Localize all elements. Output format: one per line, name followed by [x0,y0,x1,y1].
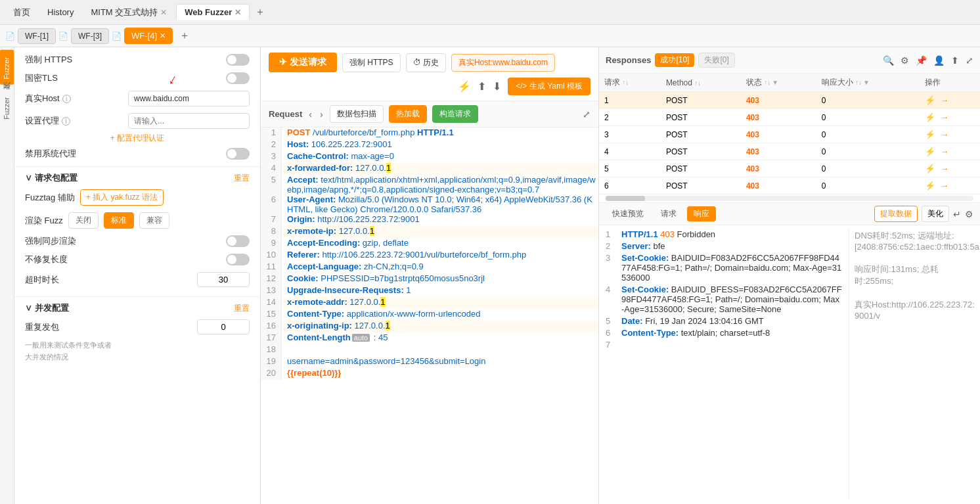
file-icon-wf4: 📄 [112,32,122,41]
add-sub-tab-button[interactable]: ＋ [175,28,194,44]
table-scrollbar[interactable] [606,196,973,201]
table-row[interactable]: 3 POST 403 0 ⚡ → [599,126,980,143]
action-bolt-5[interactable]: ⚡ [925,164,935,173]
build-request-tab[interactable]: 构造请求 [432,105,478,123]
history-toolbar-btn[interactable]: ⏱ 历史 [406,53,446,72]
data-scan-tab[interactable]: 数据包扫描 [330,105,384,123]
resp-expand-icon[interactable]: ⤢ [966,55,973,66]
repeat-hint: 一般用来测试条件竞争或者大并发的情况 [25,340,250,363]
resp-person-icon[interactable]: 👤 [933,55,945,66]
action-arrow-2[interactable]: → [940,112,948,122]
table-row[interactable]: 6 POST 403 0 ⚡ → [599,177,980,195]
responses-label: Responses [606,55,651,65]
action-bolt-6[interactable]: ⚡ [925,181,935,191]
repeat-send-input[interactable] [197,319,250,334]
resp-settings-icon[interactable]: ⚙ [965,209,973,219]
sub-tab-wf1[interactable]: WF-[1] [18,28,56,44]
webfuzzer-close-icon[interactable]: ✕ [234,8,241,17]
render-close-btn[interactable]: 关闭 [68,212,99,229]
render-standard-btn[interactable]: 标准 [104,212,134,229]
table-row[interactable]: 4 POST 403 0 ⚡ → [599,143,980,160]
download-icon[interactable]: ⬇ [493,80,501,93]
gen-yaml-btn[interactable]: </> 生成 Yaml 模板 [508,78,590,95]
col-request: 请求 ↑↓ [599,74,661,92]
action-arrow-1[interactable]: → [940,95,948,105]
force-https-toolbar-btn[interactable]: 强制 HTTPS [342,53,401,72]
mitm-close-icon[interactable]: ✕ [160,8,167,17]
table-row[interactable]: 2 POST 403 0 ⚡ → [599,109,980,126]
action-bolt-2[interactable]: ⚡ [925,112,935,122]
response-table: 请求 ↑↓ Method ↑↓ 状态 ↑↓▼ 响应大小 ↑↓▼ 操作 [599,74,980,203]
config-proxy-auth-btn[interactable]: + 配置代理认证 [110,133,164,143]
hot-load-tab[interactable]: 热加载 [389,105,427,123]
force-sync-label: 强制同步渲染 [25,235,76,247]
wf4-close-icon[interactable]: ✕ [160,32,166,40]
force-sync-toggle[interactable] [226,235,250,247]
sub-tab-wf4[interactable]: WF-[4] ✕ [124,28,173,44]
resp-line-4: 4 Set-Cookie: BAIDUID_BFESS=F083AD2F6CC5… [599,285,849,314]
tab-history[interactable]: History [39,5,81,20]
action-bolt-1[interactable]: ⚡ [925,95,935,105]
beautify-btn[interactable]: 美化 [922,206,949,222]
resp-code-area[interactable]: 1 HTTP/1.1 403 Forbidden 2 Server: bfe 3… [599,225,980,504]
proxy-input[interactable] [128,113,250,129]
request-tab[interactable]: 请求 [654,206,683,221]
code-line-17: 17 Content-Lengthauto : 45 [261,332,598,344]
table-row[interactable]: 5 POST 403 0 ⚡ → [599,160,980,177]
prev-arrow[interactable]: ‹ [307,109,313,120]
share-icon[interactable]: ⚡ [458,80,471,93]
upload-icon[interactable]: ⬆ [478,80,486,93]
sidebar-fuzzer-config[interactable]: Fuzzer 配置 [0,50,14,85]
fail-badge[interactable]: 失败[0] [698,53,734,68]
resp-bottom: 快速预览 请求 响应 提取数据 美化 ↵ ⚙ 1 HTTP/1.1 403 Fo… [599,203,980,504]
table-row[interactable]: 1 POST 403 0 ⚡ → [599,92,980,109]
action-bolt-4[interactable]: ⚡ [925,147,935,156]
quick-preview-tab[interactable]: 快速预览 [606,206,650,221]
disable-sys-proxy-toggle[interactable] [226,148,250,160]
action-arrow-6[interactable]: → [940,181,948,191]
next-arrow[interactable]: › [319,109,324,120]
resp-line-2: 2 Server: bfe [599,241,849,251]
action-arrow-5[interactable]: → [940,164,948,173]
resp-search-icon[interactable]: 🔍 [883,55,894,66]
expand-icon[interactable]: ⤢ [583,109,590,120]
set-proxy-info-icon: i [62,117,70,126]
add-tab-button[interactable]: ＋ [251,4,269,20]
success-badge[interactable]: 成功[10] [655,53,694,67]
real-host-label: 真实Host i [25,93,71,104]
reset2-btn[interactable]: 重置 [234,303,250,314]
sub-tab-wf3[interactable]: WF-[3] [71,28,109,44]
code-line-11: 11 Accept-Language: zh-CN,zh;q=0.9 [261,262,598,273]
tab-webfuzzer[interactable]: Web Fuzzer ✕ [176,4,250,20]
sidebar-fuzzer-sequence[interactable]: Fuzzer 序列 [0,90,14,125]
resp-wrap-icon[interactable]: ↵ [953,209,961,219]
resp-export-icon[interactable]: ⬆ [951,55,959,66]
resp-filter-icon[interactable]: ⚙ [901,55,909,66]
action-bolt-3[interactable]: ⚡ [925,129,935,139]
no-fix-length-toggle[interactable] [226,254,250,265]
repeat-send-label: 重复发包 [25,321,59,333]
code-editor[interactable]: 1 POST /vul/burteforce/bf_form.php HTTP/… [261,127,598,504]
tab-home[interactable]: 首页 [5,4,38,21]
center-panel: ✈ 发送请求 强制 HTTPS ⏱ 历史 真实Host:www.baidu.co… [261,47,599,504]
response-tab[interactable]: 响应 [687,206,716,221]
gm-tls-toggle[interactable] [226,72,250,84]
real-host-input[interactable] [128,91,250,106]
insert-fuzztag-btn[interactable]: + 插入 yak.fuzz 语法 [80,189,164,206]
extract-data-btn[interactable]: 提取数据 [874,206,918,222]
disable-sys-proxy-label: 禁用系统代理 [25,148,76,160]
reset-btn[interactable]: 重置 [234,173,250,184]
no-fix-length-label: 不修复长度 [25,254,68,265]
send-request-btn[interactable]: ✈ 发送请求 [269,53,337,72]
render-compat-btn[interactable]: 兼容 [139,212,169,229]
code-line-19: 19 username=admin&password=123456&submit… [261,356,598,368]
action-arrow-3[interactable]: → [940,129,948,139]
force-https-toggle[interactable] [226,54,250,66]
fuzztag-label: Fuzztag 辅助 [25,192,75,204]
resp-pin-icon[interactable]: 📌 [916,55,927,66]
col-size: 响应大小 ↑↓▼ [816,74,920,92]
action-arrow-4[interactable]: → [940,147,948,156]
timeout-input[interactable] [197,272,250,287]
resp-line-1: 1 HTTP/1.1 403 Forbidden [599,229,849,239]
tab-mitm[interactable]: MITM 交互式劫持 ✕ [83,4,175,21]
